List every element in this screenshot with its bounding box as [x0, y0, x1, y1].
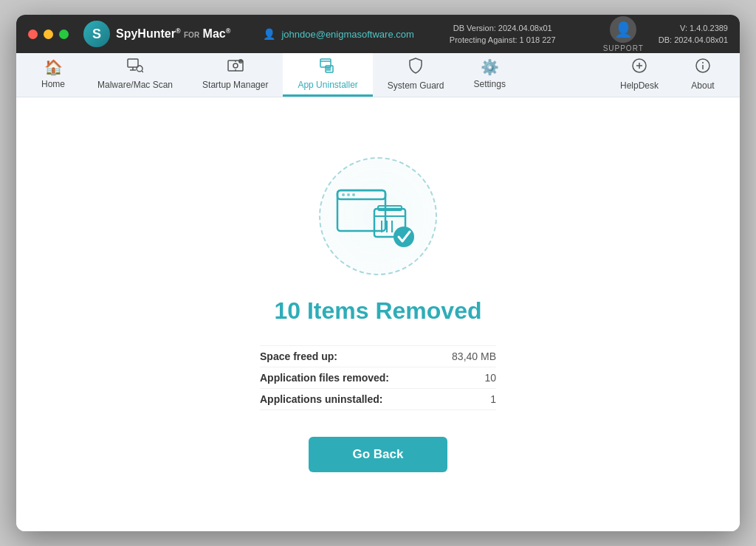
svg-point-27 [352, 193, 355, 196]
app-window: S SpyHunter® FOR Mac® 👤 johndoe@enigmaso… [16, 15, 740, 531]
stat-apps-value: 1 [490, 393, 496, 405]
nav-startup-label: Startup Manager [202, 80, 268, 90]
user-email: johndoe@enigmasoftware.com [281, 29, 413, 40]
home-icon: 🏠 [44, 58, 63, 76]
db-version: DB Version: 2024.04.08x01 [450, 22, 556, 35]
stat-files-value: 10 [484, 372, 496, 384]
svg-point-6 [233, 63, 238, 68]
logo-text: SpyHunter® FOR Mac® [116, 28, 230, 40]
svg-point-3 [137, 66, 142, 72]
scan-icon [127, 58, 143, 77]
db-info: DB Version: 2024.04.08x01 Protecting Aga… [450, 22, 556, 46]
titlebar-center: 👤 johndoe@enigmasoftware.com DB Version:… [238, 22, 580, 46]
nav-about[interactable]: About [673, 53, 732, 97]
logo-icon: S [83, 21, 110, 47]
nav-settings-label: Settings [474, 79, 506, 89]
go-back-button[interactable]: Go Back [309, 437, 448, 472]
nav-settings[interactable]: ⚙️ Settings [459, 53, 520, 97]
svg-line-4 [142, 71, 143, 72]
nav-helpdesk[interactable]: HelpDesk [605, 53, 673, 97]
about-icon [695, 58, 711, 77]
traffic-lights [28, 30, 69, 39]
logo-name: SpyHunter® FOR Mac® [116, 28, 230, 40]
nav-malware-label: Malware/Mac Scan [97, 80, 173, 90]
stat-space-value: 83,40 MB [452, 350, 496, 362]
svg-point-26 [347, 193, 350, 196]
stat-row-apps: Applications uninstalled: 1 [260, 388, 496, 410]
close-button[interactable] [28, 30, 38, 39]
stat-space-label: Space freed up: [260, 350, 337, 362]
nav-malware[interactable]: Malware/Mac Scan [83, 53, 188, 97]
logo-section: S SpyHunter® FOR Mac® [83, 21, 230, 47]
titlebar: S SpyHunter® FOR Mac® 👤 johndoe@enigmaso… [16, 15, 740, 53]
person-icon: 👤 [614, 21, 633, 38]
maximize-button[interactable] [59, 30, 69, 39]
stat-row-files: Application files removed: 10 [260, 367, 496, 388]
stat-row-space: Space freed up: 83,40 MB [260, 345, 496, 367]
db-version-number: DB: 2024.04.08x01 [659, 34, 728, 46]
navbar: 🏠 Home Malware/Mac Scan [16, 53, 740, 97]
success-icon-container [319, 157, 437, 275]
nav-uninstaller[interactable]: App Uninstaller [283, 53, 372, 97]
nav-uninstaller-label: App Uninstaller [298, 80, 357, 90]
support-icon: 👤 [610, 16, 636, 43]
nav-helpdesk-label: HelpDesk [620, 80, 659, 91]
nav-right: HelpDesk About [605, 53, 732, 97]
nav-about-label: About [691, 80, 714, 91]
nav-home[interactable]: 🏠 Home [24, 53, 83, 97]
version-number: V: 1.4.0.2389 [659, 22, 728, 35]
systemguard-icon [408, 58, 423, 77]
svg-point-25 [342, 193, 345, 196]
version-info: V: 1.4.0.2389 DB: 2024.04.08x01 [659, 22, 728, 46]
nav-startup[interactable]: + Startup Manager [188, 53, 283, 97]
stat-files-label: Application files removed: [260, 372, 389, 384]
startup-icon: + [227, 58, 244, 77]
stat-apps-label: Applications uninstalled: [260, 393, 382, 405]
helpdesk-icon [631, 58, 647, 77]
nav-spacer [520, 53, 605, 97]
support-button[interactable]: 👤 SUPPORT [603, 16, 644, 52]
main-content: 10 Items Removed Space freed up: 83,40 M… [16, 97, 740, 531]
svg-rect-0 [128, 59, 138, 67]
settings-icon: ⚙️ [481, 58, 499, 76]
nav-systemguard[interactable]: System Guard [373, 53, 459, 97]
support-label: SUPPORT [603, 44, 644, 52]
stats-table: Space freed up: 83,40 MB Application fil… [260, 345, 496, 410]
user-icon: 👤 [263, 28, 275, 40]
uninstaller-icon [320, 58, 336, 77]
nav-systemguard-label: System Guard [388, 80, 444, 91]
nav-home-label: Home [41, 79, 65, 89]
svg-point-21 [702, 62, 704, 63]
protecting-label: Protecting Against: 1 018 227 [450, 34, 556, 46]
items-removed-title: 10 Items Removed [274, 297, 481, 325]
uninstall-success-illustration [334, 179, 422, 253]
minimize-button[interactable] [44, 30, 53, 39]
svg-point-34 [394, 227, 414, 247]
